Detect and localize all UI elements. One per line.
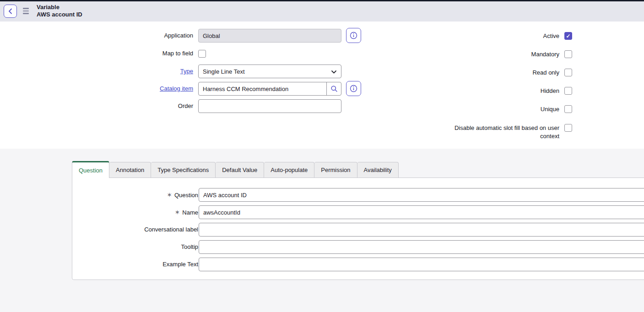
active-label: Active (422, 32, 559, 40)
unique-checkbox[interactable] (564, 105, 572, 113)
mandatory-label: Mandatory (422, 51, 559, 58)
magnifier-icon (330, 85, 338, 92)
tab-permission[interactable]: Permission (314, 162, 357, 178)
chevron-down-icon (331, 69, 337, 75)
required-marker-icon: ✶ (167, 191, 172, 199)
disable-slot-fill-label: Disable automatic slot fill based on use… (446, 124, 559, 140)
name-label: Name (182, 209, 198, 216)
type-select[interactable]: Single Line Text (198, 65, 341, 78)
type-select-value: Single Line Text (203, 68, 245, 75)
catalog-item-label-link[interactable]: Catalog item (160, 85, 193, 92)
mandatory-checkbox[interactable] (564, 50, 572, 58)
tab-annotation[interactable]: Annotation (109, 162, 151, 178)
example-text-input[interactable] (199, 258, 644, 271)
record-name-label: AWS account ID (37, 11, 82, 18)
tab-availability[interactable]: Availability (357, 162, 399, 178)
page-title: Variable AWS account ID (37, 4, 82, 18)
type-label-link[interactable]: Type (180, 68, 193, 75)
map-to-field-label: Map to field (69, 47, 193, 60)
tooltip-label: Tooltip (74, 240, 198, 254)
application-field[interactable] (198, 29, 341, 43)
hidden-label: Hidden (422, 87, 559, 95)
example-text-label: Example Text (74, 258, 198, 271)
question-label: Question (174, 192, 198, 199)
variable-form-screen: Variable AWS account ID Application Map … (0, 0, 644, 312)
tab-question[interactable]: Question (72, 161, 109, 178)
order-input[interactable] (198, 99, 341, 113)
tooltip-input[interactable] (199, 240, 644, 254)
header-bar: Variable AWS account ID (0, 1, 644, 22)
unique-label: Unique (422, 106, 559, 113)
record-type-label: Variable (37, 4, 82, 11)
tab-default-value[interactable]: Default Value (216, 162, 264, 178)
name-input[interactable] (199, 205, 644, 219)
read-only-checkbox[interactable] (564, 69, 572, 76)
application-label: Application (69, 29, 193, 43)
hidden-checkbox[interactable] (564, 87, 572, 95)
catalog-item-input[interactable] (199, 82, 326, 95)
question-tab-panel: ✶Question ✶Name Conversational label Too… (72, 178, 644, 280)
catalog-item-lookup-button[interactable] (326, 82, 341, 95)
conversational-label-input[interactable] (199, 223, 644, 237)
tab-bar: Question Annotation Type Specifications … (72, 161, 399, 178)
application-info-button[interactable] (346, 28, 361, 43)
hamburger-menu-icon[interactable] (23, 7, 30, 15)
catalog-item-info-button[interactable] (346, 81, 361, 96)
map-to-field-checkbox[interactable] (198, 50, 206, 58)
read-only-label: Read only (422, 69, 559, 76)
tab-auto-populate[interactable]: Auto-populate (264, 162, 314, 178)
info-icon (350, 85, 357, 92)
required-marker-icon: ✶ (175, 209, 180, 216)
question-input[interactable] (199, 188, 644, 202)
back-button[interactable] (4, 5, 17, 18)
tab-type-specifications[interactable]: Type Specifications (151, 162, 216, 178)
catalog-item-field (198, 82, 341, 96)
disable-slot-fill-checkbox[interactable] (564, 124, 572, 132)
order-label: Order (69, 99, 193, 113)
conversational-label-label: Conversational label (74, 223, 198, 237)
back-chevron-icon (8, 8, 12, 14)
active-checkbox[interactable] (564, 32, 572, 40)
info-icon (350, 32, 357, 39)
